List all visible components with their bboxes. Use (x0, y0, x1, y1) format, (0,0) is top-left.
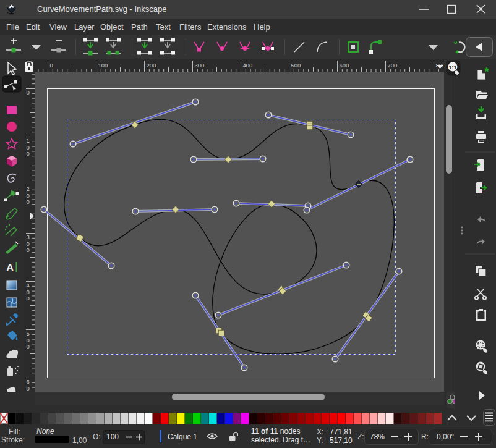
svg-text:0: 0 (27, 240, 30, 247)
svg-text:500: 500 (291, 62, 301, 69)
svg-text:6: 6 (27, 378, 30, 385)
svg-text:0: 0 (27, 289, 30, 295)
svg-text:700: 700 (388, 62, 398, 69)
svg-text:300: 300 (195, 62, 205, 69)
svg-text:0: 0 (27, 192, 30, 199)
svg-text:0: 0 (27, 89, 30, 96)
svg-text:600: 600 (340, 62, 349, 69)
svg-text:2: 2 (27, 185, 30, 192)
svg-text:0: 0 (27, 385, 30, 392)
svg-text:3: 3 (27, 234, 30, 240)
svg-text:0: 0 (50, 62, 53, 69)
svg-text:1:1: 1:1 (448, 64, 456, 70)
svg-text:4: 4 (27, 282, 30, 289)
svg-text:0: 0 (27, 343, 30, 350)
svg-text:0: 0 (27, 247, 30, 253)
svg-text:5: 5 (27, 330, 30, 337)
svg-text:0: 0 (27, 337, 30, 344)
svg-text:0: 0 (27, 198, 30, 205)
svg-text:0: 0 (27, 295, 30, 302)
svg-text:0: 0 (27, 150, 30, 157)
svg-text:400: 400 (243, 62, 253, 69)
svg-text:0: 0 (27, 144, 30, 151)
svg-text:200: 200 (147, 62, 156, 69)
svg-text:1: 1 (27, 137, 30, 144)
svg-text:100: 100 (98, 62, 108, 69)
svg-text:A: A (6, 262, 14, 274)
